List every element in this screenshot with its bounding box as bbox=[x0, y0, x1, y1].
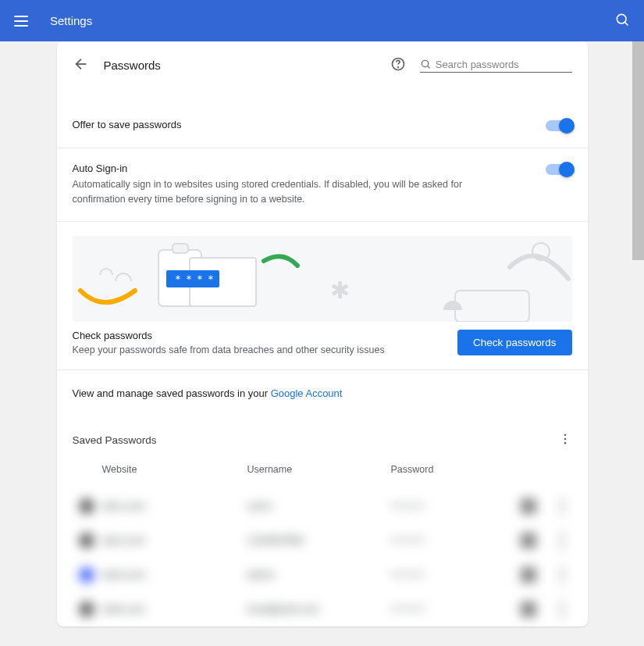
svg-point-17 bbox=[564, 441, 566, 444]
more-vert-icon[interactable] bbox=[558, 432, 572, 448]
row-more-icon[interactable] bbox=[560, 607, 564, 612]
password-row[interactable]: site1.com user1 •••••••• bbox=[57, 489, 588, 523]
show-password-icon[interactable] bbox=[521, 567, 536, 583]
site-favicon-icon bbox=[79, 498, 94, 514]
search-input[interactable] bbox=[436, 59, 572, 70]
row-more-icon[interactable] bbox=[560, 504, 564, 509]
page-title: Passwords bbox=[104, 59, 161, 72]
back-arrow-icon[interactable] bbox=[73, 55, 90, 75]
check-passwords-illustration: ＊＊＊＊ | ✱ bbox=[73, 236, 572, 322]
row-more-icon[interactable] bbox=[560, 538, 564, 543]
svg-text:✱: ✱ bbox=[330, 277, 350, 303]
google-account-link-row: View and manage saved passwords in your … bbox=[57, 369, 588, 410]
menu-icon[interactable] bbox=[14, 12, 33, 30]
check-passwords-title: Check passwords bbox=[73, 330, 457, 341]
row-password: •••••••• bbox=[391, 500, 521, 512]
saved-passwords-header: Saved Passwords bbox=[57, 410, 588, 456]
auto-signin-row: Auto Sign-in Automatically sign in to we… bbox=[57, 148, 588, 221]
column-username: Username bbox=[247, 464, 391, 475]
offer-save-passwords-row: Offer to save passwords bbox=[57, 105, 588, 148]
check-passwords-section: ＊＊＊＊ | ✱ Check passwords Keep your passw… bbox=[57, 221, 588, 369]
show-password-icon[interactable] bbox=[521, 601, 536, 617]
settings-card: Passwords Offer to save passwords Auto S… bbox=[57, 41, 588, 626]
offer-save-title: Offer to save passwords bbox=[73, 119, 546, 130]
site-favicon-icon bbox=[79, 533, 94, 548]
svg-text:＊＊＊＊ |: ＊＊＊＊ | bbox=[173, 273, 229, 286]
scrollbar[interactable] bbox=[632, 41, 644, 260]
site-favicon-icon bbox=[79, 567, 94, 583]
password-row[interactable]: site4.com email@site.com •••••••• bbox=[57, 592, 588, 626]
row-password: •••••••• bbox=[391, 569, 521, 580]
check-passwords-desc: Keep your passwords safe from data breac… bbox=[73, 344, 457, 355]
row-website: site3.com bbox=[102, 569, 247, 580]
svg-rect-8 bbox=[173, 244, 188, 253]
svg-point-16 bbox=[564, 437, 566, 440]
row-password: •••••••• bbox=[391, 534, 521, 546]
row-username: 1234567890 bbox=[247, 534, 391, 546]
password-row[interactable]: site3.com admin •••••••• bbox=[57, 558, 588, 592]
page-header: Passwords bbox=[57, 41, 588, 81]
column-password: Password bbox=[391, 464, 572, 475]
google-account-prefix: View and manage saved passwords in your bbox=[73, 387, 271, 399]
row-website: site4.com bbox=[102, 603, 247, 615]
search-icon[interactable] bbox=[614, 12, 630, 30]
auto-signin-title: Auto Sign-in bbox=[73, 162, 546, 174]
svg-point-0 bbox=[617, 14, 626, 23]
saved-passwords-title: Saved Passwords bbox=[73, 434, 558, 446]
svg-line-1 bbox=[625, 23, 628, 26]
row-website: site1.com bbox=[102, 500, 247, 512]
row-more-icon[interactable] bbox=[560, 573, 564, 577]
help-icon[interactable] bbox=[390, 56, 406, 74]
search-passwords-field[interactable] bbox=[420, 58, 572, 73]
row-password: •••••••• bbox=[391, 603, 521, 615]
row-username: email@site.com bbox=[247, 603, 391, 615]
app-topbar: Settings bbox=[0, 0, 644, 41]
google-account-link[interactable]: Google Account bbox=[271, 387, 343, 399]
app-title: Settings bbox=[50, 14, 92, 27]
auto-signin-desc: Automatically sign in to websites using … bbox=[73, 177, 494, 207]
password-table-headers: Website Username Password bbox=[57, 456, 588, 489]
check-passwords-button[interactable]: Check passwords bbox=[457, 330, 572, 355]
site-favicon-icon bbox=[79, 601, 94, 617]
svg-point-4 bbox=[397, 67, 398, 68]
column-website: Website bbox=[102, 464, 247, 475]
search-icon bbox=[420, 58, 431, 70]
row-username: admin bbox=[247, 569, 391, 580]
svg-line-6 bbox=[427, 66, 429, 69]
svg-point-5 bbox=[422, 60, 428, 66]
auto-signin-toggle[interactable] bbox=[546, 164, 572, 175]
show-password-icon[interactable] bbox=[521, 533, 536, 548]
offer-save-toggle[interactable] bbox=[546, 120, 572, 131]
row-website: site2.com bbox=[102, 534, 247, 546]
password-row[interactable]: site2.com 1234567890 •••••••• bbox=[57, 523, 588, 558]
svg-rect-13 bbox=[455, 291, 529, 322]
page-body: Passwords Offer to save passwords Auto S… bbox=[0, 41, 644, 646]
row-username: user1 bbox=[247, 500, 391, 512]
show-password-icon[interactable] bbox=[521, 498, 536, 514]
svg-point-15 bbox=[564, 434, 566, 436]
